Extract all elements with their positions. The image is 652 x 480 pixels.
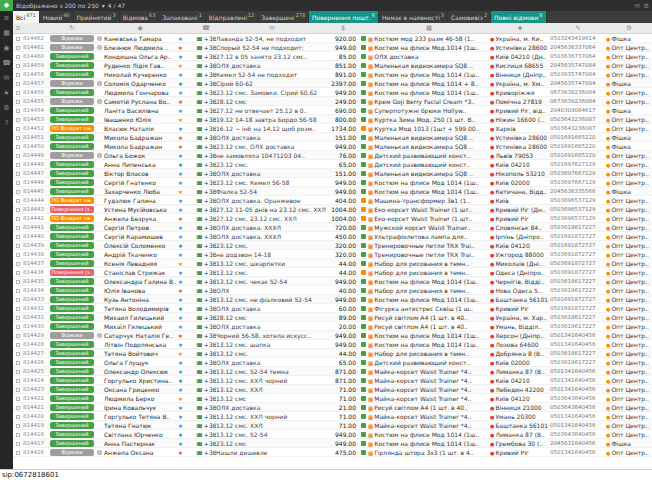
table-row[interactable]: 814427ЗавершенийТетяна Войтович★☎+3В13.1… [13, 349, 652, 358]
phone-cell[interactable]: ☎+3В [196, 106, 216, 115]
filter-tab[interactable]: Запаковані1 [159, 11, 205, 23]
table-row[interactable]: 814438ЗавершенийАндрій Ткаченко★☎+3Вне д… [13, 250, 652, 259]
row-checkbox[interactable] [16, 181, 20, 185]
mail-icon[interactable]: ✉ [635, 2, 640, 10]
filter-tab[interactable]: Немає в наявності3 [379, 11, 448, 23]
row-checkbox[interactable] [16, 244, 20, 248]
phone-cell[interactable]: ☎+3В [196, 88, 216, 97]
row-checkbox[interactable] [16, 334, 20, 338]
client-name[interactable]: Тетяна Володимирів [104, 304, 176, 313]
client-name[interactable]: Оксана Гриценко [104, 385, 176, 394]
row-checkbox[interactable] [16, 370, 20, 374]
phone-cell[interactable]: ☎+3В [196, 79, 216, 88]
phone-cell[interactable]: ☎+3В [196, 97, 216, 106]
phone-cell[interactable]: ☎+3В [196, 160, 216, 169]
table-row[interactable]: 814424ЗавершенийГоргулько Христина..★☎+3… [13, 376, 652, 385]
settings-icon[interactable]: ⚙ [643, 2, 649, 10]
phone-cell[interactable]: ☎+3В [196, 340, 216, 349]
delivery-column-icon[interactable]: ◈ [490, 24, 550, 32]
table-row[interactable]: 814419ЗавершенийТетяна Гнатюк★☎+3В13.12 … [13, 421, 652, 430]
client-name[interactable]: Михаїл Гилецький [104, 322, 176, 331]
table-row[interactable]: 814448ЗавершенийАнна Липенська★☎+3В23.12… [13, 160, 652, 169]
client-name[interactable]: Самотій Руслана Во.. [104, 97, 176, 106]
table-row[interactable]: 814442ПО Возврат ож.Анжела Безрука★☎+3В2… [13, 214, 652, 223]
phone-cell[interactable]: ☎+3В [196, 214, 216, 223]
row-checkbox[interactable] [16, 172, 20, 176]
client-name[interactable]: Юлія Іванова [104, 286, 176, 295]
row-checkbox[interactable] [16, 235, 20, 239]
phone-cell[interactable]: ☎+3В [196, 268, 216, 277]
phone-cell[interactable]: ☎+3В [196, 232, 216, 241]
client-name[interactable]: Андрій Ткаченко [104, 250, 176, 259]
row-checkbox[interactable] [16, 37, 20, 41]
client-name[interactable]: Канєвська Тамара [104, 34, 176, 43]
info-icon[interactable]: i [97, 99, 102, 104]
phone-column-icon[interactable]: ☎ [196, 24, 216, 32]
phone-cell[interactable]: ☎+3В [196, 331, 216, 340]
client-name[interactable]: Людмила Гончарова [104, 88, 176, 97]
table-row[interactable]: 814446ЗавершенийСергій Гнатенко★☎+3В23.1… [13, 178, 652, 187]
phone-cell[interactable]: ☎+3В [196, 169, 216, 178]
chevron-down-icon[interactable]: ▾ [102, 2, 105, 9]
orders-icon[interactable]: ▦ [0, 26, 13, 41]
client-name[interactable]: Анна Пастернак [104, 439, 176, 448]
phone-cell[interactable]: ☎+3В [196, 133, 216, 142]
client-column-icon[interactable]: ◉ [104, 24, 176, 32]
client-name[interactable]: Анжела Оксана [104, 448, 176, 457]
table-row[interactable]: 814454ЗавершенийЛаніта Василівна★☎+3В27.… [13, 106, 652, 115]
filter-tab[interactable]: Повернення пошт.6 [309, 11, 379, 23]
table-row[interactable]: 814441ЗавершенийСергій Петров★☎+3ВОЛХ до… [13, 223, 652, 232]
table-row[interactable]: 814431ЗавершенийМихаил Гилецький★☎+3В28.… [13, 313, 652, 322]
row-checkbox[interactable] [16, 46, 20, 50]
row-checkbox[interactable] [16, 136, 20, 140]
row-checkbox[interactable] [16, 262, 20, 266]
table-row[interactable]: 814449ВідмоваiОльга Божок★☎+3Вне замовля… [13, 151, 652, 160]
table-row[interactable]: 814433ЗавершенийКузь Антоніна★☎+3В13.12 … [13, 295, 652, 304]
phone-cell[interactable]: ☎+3В [196, 178, 216, 187]
table-row[interactable]: 814428ЗавершенийЛітвін Подолянська★☎+3В1… [13, 340, 652, 349]
client-name[interactable]: Гудзлюк Галина [104, 196, 176, 205]
ttn-column-icon[interactable]: ✎ [550, 24, 606, 32]
phone-cell[interactable]: ☎+3В [196, 286, 216, 295]
row-checkbox[interactable] [16, 343, 20, 347]
client-name[interactable]: Сергій Гнатенко [104, 178, 176, 187]
row-checkbox[interactable] [16, 217, 20, 221]
row-checkbox[interactable] [16, 361, 20, 365]
phone-cell[interactable]: ☎+3В [196, 430, 216, 439]
client-name[interactable]: Тетяна Гнатюк [104, 421, 176, 430]
client-name[interactable]: Соломія Одарченко [104, 79, 176, 88]
calls-icon[interactable]: ☎ [0, 56, 13, 71]
client-name[interactable]: Руденко Лідія Гав.. [104, 61, 176, 70]
table-row[interactable]: 814425ЗавершенийОлександр Олексюк★☎+3В13… [13, 367, 652, 376]
table-row[interactable]: 814450ЗавершенийМикола Бадражан★☎+3В23.1… [13, 142, 652, 151]
table-row[interactable]: 814461ВідмоваiБлезнюк Людмила ..★☎+3ВСпо… [13, 43, 652, 52]
table-row[interactable]: 814426ЗавершенийОльга Глущук★☎+3ВОЛХ дос… [13, 358, 652, 367]
client-name[interactable]: Іващенко Юлія [104, 115, 176, 124]
client-name[interactable]: Захарченко Люба [104, 187, 176, 196]
info-icon[interactable]: i [97, 45, 102, 50]
phone-cell[interactable]: ☎+3В [196, 403, 216, 412]
phone-cell[interactable]: ☎+3В [196, 313, 216, 322]
client-name[interactable]: Олександр Олексюк [104, 367, 176, 376]
table-row[interactable]: 814420ЗавершенийГоргулько Тетяна В..★☎+3… [13, 412, 652, 421]
row-checkbox[interactable] [16, 442, 20, 446]
product-column-icon[interactable]: ▦ [368, 24, 490, 32]
row-checkbox[interactable] [16, 352, 20, 356]
client-name[interactable]: Кондишна Ольга Ар.. [104, 52, 176, 61]
table-row[interactable]: 814434ЗавершенийЮлія Іванова★☎+3ВОЛХ40.0… [13, 286, 652, 295]
filter-tab[interactable]: Новий46 [40, 11, 74, 23]
row-checkbox[interactable] [16, 145, 20, 149]
row-checkbox[interactable] [16, 307, 20, 311]
app-logo[interactable]: ◆ [0, 0, 13, 11]
client-name[interactable]: Горгулько Тетяна В.. [104, 412, 176, 421]
filter-tab[interactable]: Повні відмови8 [491, 11, 546, 23]
client-name[interactable]: Михаил Гилецький [104, 313, 176, 322]
client-name[interactable]: Людмила Берко [104, 394, 176, 403]
info-icon[interactable]: i [97, 36, 102, 41]
info-icon[interactable]: i [97, 153, 102, 158]
row-checkbox[interactable] [16, 163, 20, 167]
row-checkbox[interactable] [16, 397, 20, 401]
phone-cell[interactable]: ☎+3В [196, 61, 216, 70]
table-row[interactable]: 814453ЗавершенийІващенко Юлія★☎+3В19.12 … [13, 115, 652, 124]
phone-cell[interactable]: ☎+3В [196, 304, 216, 313]
